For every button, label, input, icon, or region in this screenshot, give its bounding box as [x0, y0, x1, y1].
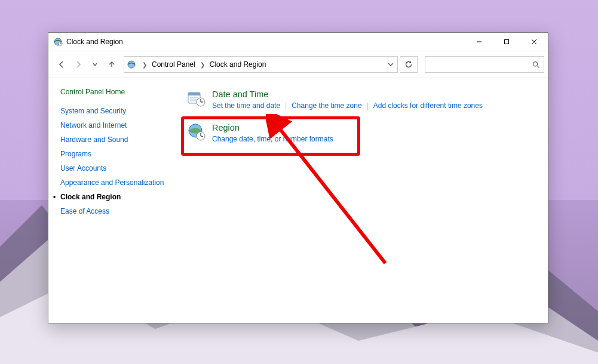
category-title[interactable]: Region [212, 122, 536, 133]
forward-button[interactable] [71, 57, 85, 72]
svg-point-9 [533, 61, 537, 66]
search-icon[interactable] [528, 61, 544, 69]
address-bar[interactable]: ❯ Control Panel ❯ Clock and Region [124, 56, 398, 73]
date-time-icon [187, 89, 206, 108]
svg-line-10 [537, 66, 539, 67]
category-link[interactable]: Add clocks for different time zones [373, 101, 483, 110]
window-icon [53, 37, 63, 47]
search-input[interactable] [425, 60, 528, 69]
refresh-button[interactable] [400, 56, 418, 73]
svg-point-8 [128, 61, 135, 68]
address-bar-icon [124, 60, 139, 69]
recent-locations-button[interactable] [88, 57, 102, 72]
chevron-right-icon[interactable]: ❯ [139, 61, 151, 68]
category-title[interactable]: Date and Time [212, 89, 536, 100]
category-date-time: Date and TimeSet the time and date|Chang… [185, 85, 538, 116]
sidebar: Control Panel Home System and SecurityNe… [48, 78, 182, 323]
back-button[interactable] [54, 57, 69, 72]
link-separator: | [280, 101, 292, 110]
category-region: RegionChange date, time, or number forma… [185, 119, 538, 150]
chevron-right-icon[interactable]: ❯ [197, 61, 208, 68]
sidebar-item[interactable]: User Accounts [60, 164, 177, 172]
minimize-button[interactable] [465, 33, 493, 51]
svg-line-22 [201, 136, 203, 137]
svg-rect-12 [188, 92, 200, 95]
region-icon [187, 122, 206, 141]
category-link[interactable]: Set the time and date [212, 101, 280, 110]
sidebar-item[interactable]: Ease of Access [60, 207, 177, 215]
search-box[interactable] [425, 56, 544, 73]
link-separator: | [362, 101, 373, 110]
content-pane: Date and TimeSet the time and date|Chang… [182, 78, 548, 323]
svg-rect-5 [505, 40, 509, 44]
up-button[interactable] [105, 57, 119, 72]
nav-toolbar: ❯ Control Panel ❯ Clock and Region [48, 51, 548, 78]
window-title: Clock and Region [66, 38, 123, 46]
close-button[interactable] [520, 33, 548, 51]
titlebar: Clock and Region [48, 33, 548, 51]
address-dropdown-button[interactable] [384, 57, 397, 72]
sidebar-item[interactable]: Programs [60, 150, 177, 158]
maximize-button[interactable] [493, 33, 520, 51]
sidebar-item[interactable]: Hardware and Sound [60, 135, 177, 144]
sidebar-item[interactable]: Network and Internet [60, 121, 177, 129]
category-link[interactable]: Change date, time, or number formats [212, 135, 333, 143]
sidebar-item[interactable]: Appearance and Personalization [60, 178, 177, 187]
sidebar-item[interactable]: Clock and Region [60, 193, 177, 201]
sidebar-home[interactable]: Control Panel Home [60, 88, 177, 96]
sidebar-item[interactable]: System and Security [60, 107, 177, 115]
desktop-background: Clock and Region [0, 0, 598, 364]
category-link[interactable]: Change the time zone [292, 101, 361, 110]
breadcrumb-current[interactable]: Clock and Region [208, 60, 268, 69]
control-panel-window: Clock and Region [48, 32, 548, 323]
breadcrumb-root[interactable]: Control Panel [151, 60, 197, 69]
